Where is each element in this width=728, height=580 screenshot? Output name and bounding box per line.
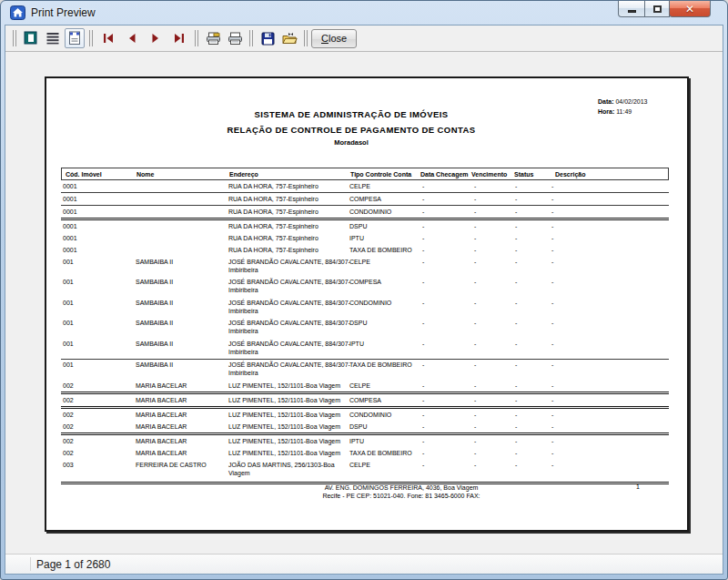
cell-end: JOSÉ BRANDÃO CAVALCANTE, 884/307- Imbiri…: [228, 361, 365, 377]
cell-end: JOSÉ BRANDÃO CAVALCANTE, 884/307- Imbiri…: [228, 340, 365, 356]
cell-tipo: DSPU: [349, 422, 367, 431]
cell-cod: 0001: [63, 222, 77, 230]
cell-cod: 002: [63, 411, 74, 419]
date-label: Data:: [598, 98, 614, 105]
cell-tipo: COMPESA: [349, 195, 381, 203]
first-page-button[interactable]: [97, 28, 119, 48]
cell-tipo: IPTU: [349, 234, 364, 242]
last-page-button[interactable]: [168, 28, 190, 48]
cell-tipo: COMPESA: [349, 396, 381, 404]
open-report-button[interactable]: [279, 28, 299, 48]
close-icon: ✕: [685, 4, 694, 15]
table-row: 002MARIA BACELARLUZ PIMENTEL, 152/1101-B…: [61, 394, 669, 406]
cell-end: LUZ PIMENTEL, 152/1101-Boa Viagem: [228, 411, 365, 419]
table-row: 001SAMBAIBA IIJOSÉ BRANDÃO CAVALCANTE, 8…: [61, 277, 669, 298]
maximize-button[interactable]: [644, 1, 670, 17]
previous-page-button[interactable]: [121, 28, 143, 48]
cell-cod: 0001: [63, 195, 77, 203]
cell-des: -: [551, 382, 553, 390]
close-button[interactable]: Close: [311, 29, 357, 48]
cell-sta: -: [515, 208, 517, 216]
save-icon: [261, 32, 275, 46]
cell-sta: -: [515, 222, 517, 230]
cell-des: -: [551, 246, 553, 254]
cell-cod: 001: [63, 361, 74, 369]
cell-des: -: [551, 361, 553, 369]
print-setup-button[interactable]: [203, 28, 223, 48]
cell-des: -: [551, 208, 553, 216]
save-report-button[interactable]: [258, 28, 278, 48]
cell-ven: -: [474, 411, 476, 419]
cell-cod: 001: [63, 278, 74, 286]
cell-des: -: [551, 258, 553, 266]
cell-nome: SAMBAIBA II: [136, 299, 173, 307]
cell-end: RUA DA HORA, 757-Espinheiro: [228, 182, 365, 190]
cell-ven: -: [474, 396, 476, 404]
cell-des: -: [551, 411, 553, 419]
table-row: 002MARIA BACELARLUZ PIMENTEL, 152/1101-B…: [61, 409, 669, 421]
report-subtitle: RELAÇÃO DE CONTROLE DE PAGAMENTO DE CONT…: [46, 125, 656, 135]
client-area: Close Data: 04/02/2013 Hora: 11:49 SISTE…: [5, 25, 723, 575]
cell-nome: MARIA BACELAR: [136, 437, 187, 445]
table-row: 002MARIA BACELARLUZ PIMENTEL, 152/1101-B…: [61, 435, 669, 447]
close-window-button[interactable]: ✕: [669, 1, 711, 17]
whole-page-view-button[interactable]: [21, 28, 41, 48]
toolbar: Close: [5, 25, 723, 51]
cell-sta: -: [515, 299, 517, 307]
footer-line2: Recife - PE CEP: 51021-040. Fone: 81 346…: [137, 492, 665, 500]
page-width-view-button[interactable]: [43, 28, 63, 48]
cell-nome: MARIA BACELAR: [136, 422, 187, 431]
report-page: Data: 04/02/2013 Hora: 11:49 SISTEMA DE …: [45, 76, 689, 532]
table-row: 0001RUA DA HORA, 757-EspinheiroDSPU----: [61, 220, 669, 232]
cell-cod: 0001: [63, 246, 77, 254]
table-row: 001SAMBAIBA IIJOSÉ BRANDÃO CAVALCANTE, 8…: [61, 338, 669, 359]
cell-tipo: CONDOMINIO: [349, 208, 391, 216]
cell-tipo: TAXA DE BOMBEIRO: [349, 246, 412, 254]
cell-des: -: [551, 222, 553, 230]
titlebar[interactable]: Print Preview ✕: [5, 1, 723, 25]
cell-chk: -: [422, 319, 424, 327]
cell-tipo: COMPESA: [349, 278, 381, 286]
cell-tipo: CELPE: [349, 258, 370, 266]
cell-sta: -: [515, 319, 517, 327]
cell-chk: -: [422, 449, 424, 457]
cell-cod: 001: [63, 340, 74, 348]
preview-area[interactable]: Data: 04/02/2013 Hora: 11:49 SISTEMA DE …: [5, 51, 723, 554]
footer-line1: AV. ENG. DOMINGOS FERREIRA, 4036, Boa Vi…: [137, 483, 665, 492]
cell-des: -: [551, 422, 553, 431]
cell-cod: 002: [63, 449, 74, 457]
print-button[interactable]: [225, 28, 245, 48]
minimize-button[interactable]: [618, 1, 645, 17]
cell-chk: -: [422, 258, 424, 266]
open-folder-icon: [282, 32, 298, 45]
cell-end: LUZ PIMENTEL, 152/1101-Boa Viagem: [228, 437, 365, 445]
toolbar-separator: [248, 30, 254, 46]
next-page-button[interactable]: [145, 28, 167, 48]
cell-ven: -: [474, 258, 476, 266]
cell-des: -: [551, 278, 553, 286]
cell-end: LUZ PIMENTEL, 152/1101-Boa Viagem: [228, 396, 365, 404]
cell-des: -: [551, 461, 553, 469]
cell-tipo: TAXA DE BOMBEIRO: [349, 361, 412, 369]
zoom-100-view-button[interactable]: [65, 28, 85, 48]
cell-tipo: CELPE: [349, 382, 370, 390]
cell-nome: SAMBAIBA II: [136, 319, 173, 327]
col-header-cod: Cód. Imóvel: [66, 171, 102, 178]
table-row: 002MARIA BACELARLUZ PIMENTEL, 152/1101-B…: [61, 421, 669, 432]
report-title: SISTEMA DE ADMINISTRAÇÃO DE IMÓVEIS: [46, 109, 656, 119]
cell-nome: MARIA BACELAR: [136, 396, 187, 404]
cell-des: -: [551, 182, 553, 190]
cell-cod: 002: [63, 396, 74, 404]
print-preview-window: Print Preview ✕: [0, 0, 728, 580]
cell-chk: -: [422, 422, 424, 431]
table-row: 001SAMBAIBA IIJOSÉ BRANDÃO CAVALCANTE, 8…: [61, 360, 669, 381]
cell-chk: -: [422, 182, 424, 190]
page-width-icon: [46, 31, 60, 46]
cell-end: LUZ PIMENTEL, 152/1101-Boa Viagem: [228, 382, 365, 390]
cell-cod: 001: [63, 299, 74, 307]
cell-sta: -: [515, 437, 517, 445]
printer-icon: [228, 32, 243, 46]
cell-end: RUA DA HORA, 757-Espinheiro: [228, 195, 365, 203]
cell-cod: 002: [63, 437, 74, 445]
cell-tipo: CONDOMINIO: [349, 299, 391, 307]
